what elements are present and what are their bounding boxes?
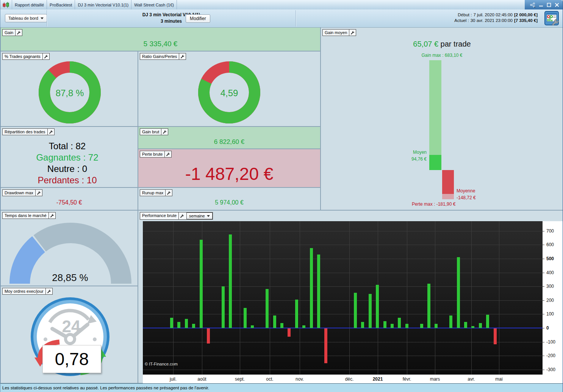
ratio-label: Ratio Gains/Pertes [140,53,179,59]
view-selector-label: Tableau de bord [8,16,38,20]
report-settings-button[interactable] [544,11,559,25]
performance-y-axis: 7006005004003002001000-100-200-300 [543,221,563,384]
perf-bar [427,284,430,328]
performance-label: Performance brute [140,212,178,219]
tab-rapport-detaille[interactable]: Rapport détaillé [12,0,47,9]
runup-chip: Runup max [140,189,172,196]
chevron-down-icon [207,215,210,217]
y-axis-label: 200 [546,298,554,303]
moy-ordres-value-box: 0,78 [42,345,101,373]
panel-performance-brute: Performance brute semaine © IT-Finance.c… [138,210,563,383]
grid-line-vertical [300,221,300,375]
grid-line-horizontal [143,286,543,287]
repartition-chip: Répartition des trades [2,128,55,135]
repartition-gagnantes: Gagnantes : 72 [1,152,134,163]
temps-marche-chip: Temps dans le marché [2,212,56,219]
drawdown-chip: Drawdown max [2,189,42,196]
strategy-title-block: DJ 3 min Vectorial V10.1(1) 3 minutes [47,12,296,25]
tab-probacktest[interactable]: ProBacktest [47,0,75,9]
moy-ordres-chip: Moy ordres exec/jour [2,288,53,295]
ratio-value: 4,59 [197,88,261,98]
panel-ratio-gains-pertes: Ratio Gains/Pertes 4,59 [138,51,321,127]
moyenne-label: Moyenne [457,188,475,194]
panel-moy-ordres: Moy ordres exec/jour 24 [0,286,138,383]
perte-brute-value: -1 487,20 € [138,164,320,184]
perf-bar [398,318,401,328]
start-datetime: 7 juil. 2020 02:45:00 [473,12,513,18]
perf-bar [244,308,247,328]
status-bar: Les statistiques ci-dessus sont relative… [0,383,563,392]
runup-label: Runup max [140,190,165,196]
tab-dj-3min-vectorial[interactable]: DJ 3 min Vectorial V10.1(1) [75,0,131,9]
repartition-neutre: Neutre : 0 [1,163,134,175]
wrench-icon[interactable] [48,212,55,219]
share-icon[interactable] [530,2,536,8]
gain-brut-label: Gain brut [140,129,161,135]
y-axis-label: -200 [546,353,555,358]
performance-x-axis: juil.aoûtsept.oct.nov.déc.2021févr.marsa… [143,375,543,384]
perf-bar [464,322,467,328]
grid-line-horizontal [143,356,543,356]
wrench-icon[interactable] [15,30,22,36]
wrench-icon[interactable] [179,53,186,59]
dashboard: Gain 5 335,40 € % Trades gagnants 87,8 %… [0,27,563,383]
gain-moyen-suffix: par trade [438,40,471,48]
perf-bar [471,326,474,328]
tab-wall-street-cash[interactable]: Wall Street Cash (1€) [131,0,177,9]
grid-line-horizontal [143,300,543,301]
wrench-icon[interactable] [47,129,54,135]
wrench-icon[interactable] [45,288,52,294]
perf-bar [449,315,452,328]
start-capital: [2 000,00 €] [514,12,538,18]
grid-line-vertical [240,221,240,375]
close-button[interactable] [554,2,560,8]
wrench-icon[interactable] [164,151,171,157]
perf-bar [280,323,283,328]
perte-brute-chip: Perte brute [140,151,172,158]
perf-bar [200,240,203,328]
modify-button[interactable]: Modifier [186,14,210,23]
perf-bar [185,319,188,328]
perf-bar [229,234,232,328]
wrench-icon[interactable] [165,190,172,196]
maximize-button[interactable] [546,2,552,8]
gain-moyen-title: 65,07 € par trade [321,40,563,48]
gain-label: Gain [3,30,15,36]
wrench-icon[interactable] [349,30,356,36]
perf-bar [273,315,276,328]
y-axis-label: -100 [546,339,555,345]
period-dropdown[interactable]: semaine [186,212,213,219]
panel-pct-trades-gagnants: % Trades gagnants 87,8 % [0,51,138,127]
grid-line-vertical [173,221,174,375]
gain-max-bar [429,60,441,170]
panel-gain: Gain 5 335,40 € [0,27,321,51]
perf-bar [420,324,423,328]
drawdown-value: -754,50 € [1,199,138,206]
wrench-icon[interactable] [42,53,49,59]
perf-bar [302,325,305,328]
x-axis-label: avr. [460,376,483,382]
view-selector-dropdown[interactable]: Tableau de bord [5,14,47,22]
perf-bar [354,293,357,328]
wrench-icon[interactable] [35,190,42,196]
temps-marche-value: 28,85 % [36,272,104,284]
x-axis-label: mars [424,376,446,382]
header-bar: Tableau de bord DJ 3 min Vectorial V10.1… [0,9,563,28]
x-axis-label: nov. [288,376,311,382]
perte-max-bar [442,194,454,199]
modify-label: Modifier [190,16,206,21]
wrench-icon[interactable] [161,129,168,135]
wrench-icon[interactable] [178,212,185,219]
y-axis-tick [543,259,544,259]
y-axis-tick [543,356,544,356]
gain-moyen-chip: Gain moyen [322,29,356,36]
minimize-button[interactable] [538,2,544,8]
tab-label: Rapport détaillé [15,3,44,7]
grid-line-horizontal [143,314,543,314]
y-axis-label: 600 [546,242,554,247]
period-label: semaine [189,214,205,218]
gain-moyen-bar [429,155,441,170]
disclaimer-text: Les statistiques ci-dessus sont relative… [2,386,209,390]
perf-bar [486,315,489,328]
zero-line [143,328,543,328]
